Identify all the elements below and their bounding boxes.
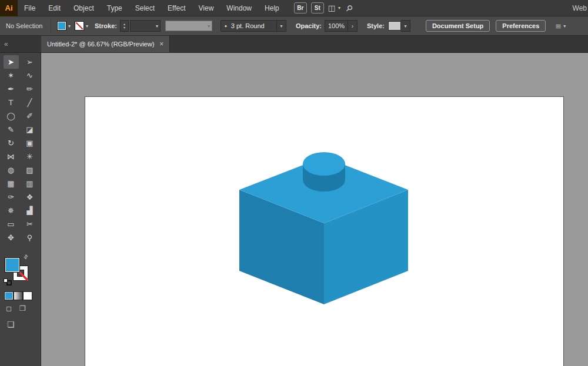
chevron-right-icon: › (352, 23, 353, 29)
selection-status: No Selection (6, 22, 49, 29)
document-tab[interactable]: Untitled-2* @ 66.67% (RGB/Preview) × (41, 36, 170, 52)
tool-eraser-tool[interactable]: ◪ (22, 123, 38, 136)
screen-mode-button[interactable]: ❏ (7, 320, 15, 329)
fill-color-swatch[interactable] (57, 21, 66, 31)
tool-width-tool[interactable]: ⋈ (4, 150, 19, 163)
brush-dropdown-button[interactable]: ▾ (277, 20, 286, 32)
main-area: ➤➢✶∿✒✏T╱◯✐✎◪↻▣⋈✳◍▨▦▥✑❖✵▟▭✂✥⚲ ⇄ ◻ ❐ (0, 53, 588, 366)
divider (51, 19, 51, 33)
stroke-profile-select[interactable]: ▾ (165, 21, 212, 31)
menu-window[interactable]: Window (220, 0, 258, 16)
default-fill-stroke-button[interactable] (4, 278, 12, 286)
tool-gradient-tool[interactable]: ▥ (22, 177, 38, 190)
tool-line-segment-tool[interactable]: ╱ (22, 96, 38, 109)
none-button[interactable] (23, 291, 32, 300)
mini-fill-swatch (4, 278, 8, 283)
menu-object[interactable]: Object (67, 0, 101, 16)
control-bar: No Selection ▾ ▾ Stroke: ▴ ▾ ▾ ▾ • 3 pt.… (0, 16, 588, 36)
stroke-weight-stepper[interactable]: ▴ ▾ (120, 20, 129, 32)
brush-select[interactable]: • 3 pt. Round (220, 20, 277, 32)
color-button[interactable] (4, 291, 14, 300)
arrange-documents-button[interactable]: ◫ ▾ (328, 4, 342, 12)
tool-curvature-tool[interactable]: ✏ (22, 82, 38, 96)
preferences-button[interactable]: Preferences (496, 20, 546, 32)
swap-fill-stroke-icon[interactable]: ⇄ (22, 253, 29, 260)
tool-eyedropper-tool[interactable]: ✑ (4, 190, 19, 204)
chevron-down-icon: ▾ (206, 23, 212, 29)
tool-ellipse-tool[interactable]: ◯ (4, 109, 19, 123)
tool-grid: ➤➢✶∿✒✏T╱◯✐✎◪↻▣⋈✳◍▨▦▥✑❖✵▟▭✂✥⚲ (0, 53, 41, 244)
tool-selection-tool[interactable]: ➤ (4, 55, 19, 69)
menu-view[interactable]: View (192, 0, 220, 16)
close-icon[interactable]: × (159, 41, 163, 48)
menu-help[interactable]: Help (258, 0, 286, 16)
brush-preview-icon: • (225, 22, 227, 29)
stroke-color-swatch[interactable] (75, 21, 84, 31)
tool-paintbrush-tool[interactable]: ✐ (22, 109, 38, 123)
tool-free-transform-tool[interactable]: ✳ (22, 150, 38, 163)
chevron-down-icon: ▾ (336, 5, 342, 11)
screen-mode-row: ❏ (0, 320, 41, 329)
stud-top (303, 152, 345, 176)
artwork-lego-brick[interactable] (239, 152, 408, 304)
fill-stroke-indicator: ⇄ (5, 257, 33, 287)
tool-symbol-sprayer-tool[interactable]: ✵ (4, 204, 19, 217)
menu-file[interactable]: File (18, 0, 42, 16)
tools-panel: ➤➢✶∿✒✏T╱◯✐✎◪↻▣⋈✳◍▨▦▥✑❖✵▟▭✂✥⚲ ⇄ ◻ ❐ (0, 53, 41, 366)
menu-type[interactable]: Type (101, 0, 129, 16)
tool-zoom-tool[interactable]: ⚲ (22, 231, 38, 244)
document-tab-title: Untitled-2* @ 66.67% (RGB/Preview) (47, 41, 154, 48)
tool-direct-selection-tool[interactable]: ➢ (22, 55, 38, 69)
menu-select[interactable]: Select (129, 0, 161, 16)
align-icon: ≡ (555, 22, 562, 31)
tool-shape-builder-tool[interactable]: ◍ (4, 163, 19, 177)
tool-slice-tool[interactable]: ✂ (22, 217, 38, 231)
fill-indicator-swatch[interactable] (5, 257, 20, 273)
align-dropdown[interactable]: ≡ ▾ (555, 22, 567, 31)
draw-normal-button[interactable]: ◻ (6, 304, 12, 313)
tool-rotate-tool[interactable]: ↻ (4, 136, 19, 150)
tool-column-graph-tool[interactable]: ▟ (22, 204, 38, 217)
tool-perspective-grid-tool[interactable]: ▨ (22, 163, 38, 177)
stroke-chevron-down-icon[interactable]: ▾ (84, 23, 90, 29)
collapse-icon: « (4, 40, 8, 48)
menu-edit[interactable]: Edit (42, 0, 67, 16)
gradient-button[interactable] (14, 291, 23, 300)
workspace-label[interactable]: Web (573, 4, 587, 12)
style-label: Style: (367, 22, 385, 29)
tool-hand-tool[interactable]: ✥ (4, 231, 19, 244)
canvas-artwork (41, 53, 588, 366)
draw-behind-button[interactable]: ❐ (19, 304, 26, 313)
tool-scale-tool[interactable]: ▣ (22, 136, 38, 150)
tool-mesh-tool[interactable]: ▦ (4, 177, 19, 190)
tool-lasso-tool[interactable]: ∿ (22, 69, 38, 82)
color-mode-buttons (4, 291, 32, 300)
toolbar-collapse-button[interactable]: « (0, 36, 41, 52)
opacity-label: Opacity: (296, 22, 322, 29)
tool-blend-tool[interactable]: ❖ (22, 190, 38, 204)
chevron-down-icon: ▾ (278, 23, 284, 29)
stroke-label: Stroke: (95, 22, 117, 29)
app-logo: Ai (0, 0, 18, 16)
document-setup-button[interactable]: Document Setup (426, 20, 490, 32)
search-icon[interactable]: ⚲ (344, 2, 355, 14)
style-dropdown-button[interactable]: ▾ (401, 20, 410, 32)
stroke-weight-select[interactable]: ▾ (130, 20, 161, 32)
style-swatch[interactable] (388, 21, 401, 31)
menubar: Ai File Edit Object Type Select Effect V… (0, 0, 588, 16)
menubar-icon-group: Br St ◫ ▾ ⚲ (294, 2, 353, 14)
chevron-down-icon: ▾ (562, 23, 567, 29)
opacity-flyout-button[interactable]: › (348, 20, 358, 32)
tool-magic-wand-tool[interactable]: ✶ (4, 69, 19, 82)
tool-pen-tool[interactable]: ✒ (4, 82, 19, 96)
bridge-button[interactable]: Br (294, 2, 307, 14)
stock-button[interactable]: St (311, 2, 324, 14)
tool-pencil-tool[interactable]: ✎ (4, 123, 19, 136)
canvas-area[interactable] (41, 53, 588, 366)
fill-chevron-down-icon[interactable]: ▾ (66, 23, 72, 29)
tool-type-tool[interactable]: T (4, 96, 19, 109)
tool-artboard-tool[interactable]: ▭ (4, 217, 19, 231)
tab-strip: « Untitled-2* @ 66.67% (RGB/Preview) × (0, 36, 588, 53)
menu-effect[interactable]: Effect (161, 0, 192, 16)
opacity-input[interactable]: 100% (325, 20, 348, 32)
